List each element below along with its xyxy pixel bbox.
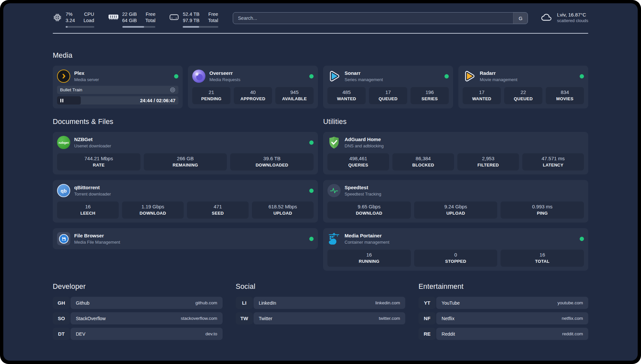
- link-url: netflix.com: [562, 316, 583, 321]
- stat-leech: 16LEECH: [57, 201, 119, 219]
- app-title: Overseerr: [209, 70, 240, 76]
- link-reddit[interactable]: RE Reddit reddit.com: [418, 328, 588, 340]
- stat-available: 945AVAILABLE: [275, 87, 314, 104]
- video-camera-icon: [170, 87, 175, 93]
- section-documents: Documents & Files nzbget NZBGet Usenet d…: [53, 118, 318, 271]
- playback-progress-bar[interactable]: 24:44 / 02:06:47: [57, 96, 178, 105]
- qbittorrent-icon: qb: [57, 184, 70, 197]
- memory-free-value: 22 GiB: [122, 11, 137, 17]
- link-url: github.com: [196, 300, 217, 305]
- link-linkedin[interactable]: LI LinkedIn linkedin.com: [236, 297, 406, 309]
- link-abbr: GH: [53, 297, 70, 309]
- stat-stopped: 0STOPPED: [414, 250, 498, 267]
- storage-usage-widget: 52.4 TB 97.9 TB Free Total: [169, 11, 218, 28]
- radarr-icon: [463, 70, 476, 83]
- app-window: 7% 3.24 CPU Load: [0, 0, 641, 364]
- link-url: youtube.com: [558, 300, 583, 305]
- cpu-load-label: Load: [83, 17, 94, 24]
- section-title-utilities: Utilities: [323, 118, 588, 126]
- section-entertainment: Entertainment YT YouTube youtube.com NF …: [418, 283, 588, 343]
- link-netflix[interactable]: NF Netflix netflix.com: [418, 312, 588, 324]
- app-subtitle: Media Requests: [209, 77, 240, 82]
- stat-seed: 471SEED: [187, 201, 249, 219]
- weather-condition: scattered clouds: [557, 18, 588, 23]
- stat-blocked: 86,384BLOCKED: [392, 153, 454, 170]
- memory-usage-widget: 22 GiB 64 GiB Free Total: [108, 11, 156, 28]
- now-playing-title: Bullet Train: [60, 87, 82, 92]
- stat-queued: 22QUEUED: [504, 87, 542, 104]
- filebrowser-icon: [57, 232, 70, 245]
- speedtest-icon: [327, 184, 341, 197]
- status-dot: [580, 237, 584, 241]
- app-card-nzbget[interactable]: nzbget NZBGet Usenet downloader 744.21 M…: [53, 132, 318, 174]
- link-url: stackoverflow.com: [181, 316, 217, 321]
- section-title-entertainment: Entertainment: [418, 283, 588, 291]
- link-github[interactable]: GH Github github.com: [53, 297, 223, 309]
- stat-download: 9.65 GbpsDOWNLOAD: [327, 201, 411, 219]
- link-abbr: YT: [418, 297, 436, 309]
- app-card-filebrowser[interactable]: File Browser Media File Management: [53, 228, 318, 249]
- search-bar[interactable]: Search... G: [233, 12, 528, 24]
- stat-download: 1.19 GbpsDOWNLOAD: [122, 201, 184, 219]
- stat-pending: 21PENDING: [192, 87, 230, 104]
- app-subtitle: Usenet downloader: [74, 143, 111, 149]
- link-abbr: DT: [53, 328, 70, 340]
- app-card-portainer[interactable]: Media Portainer Container management 16R…: [323, 228, 588, 271]
- app-title: Media Portainer: [345, 233, 389, 239]
- stat-queued: 17QUEUED: [369, 87, 407, 104]
- app-subtitle: Series management: [345, 77, 383, 82]
- plex-icon: [57, 70, 70, 83]
- link-url: dev.to: [205, 331, 217, 336]
- memory-progress-bar: [122, 26, 156, 28]
- status-dot: [309, 140, 314, 145]
- weather-location-temp: Lviv, 16.87°C: [557, 12, 588, 18]
- link-youtube[interactable]: YT YouTube youtube.com: [418, 297, 588, 309]
- stat-downloaded: 39.6 TBDOWNLOADED: [230, 153, 314, 170]
- cpu-usage-widget: 7% 3.24 CPU Load: [53, 11, 94, 28]
- overseerr-icon: [192, 70, 205, 83]
- memory-total-label: Total: [145, 17, 156, 24]
- app-title: NZBGet: [74, 136, 111, 142]
- link-stackoverflow[interactable]: SO StackOverflow stackoverflow.com: [53, 312, 223, 324]
- app-card-overseerr[interactable]: Overseerr Media Requests 21PENDING 40APP…: [188, 66, 318, 108]
- link-twitter[interactable]: TW Twitter twitter.com: [236, 312, 406, 324]
- link-name: YouTube: [442, 300, 460, 306]
- app-card-plex[interactable]: Plex Media server Bullet Train: [53, 66, 183, 108]
- section-social: Social LI LinkedIn linkedin.com TW Twitt…: [236, 283, 406, 343]
- status-dot: [580, 74, 584, 78]
- search-input[interactable]: Search...: [233, 15, 513, 21]
- app-card-adguard[interactable]: AdGuard Home DNS and adblocking 498,461Q…: [323, 132, 588, 174]
- link-name: Reddit: [442, 331, 455, 337]
- link-dev-to[interactable]: DT DEV dev.to: [53, 328, 223, 340]
- app-card-sonarr[interactable]: Sonarr Series management 485WANTED 17QUE…: [323, 66, 453, 108]
- app-title: Speedtest: [345, 185, 381, 191]
- cpu-chip-icon: [53, 13, 62, 22]
- stat-total: 16TOTAL: [501, 250, 584, 267]
- section-title-documents: Documents & Files: [53, 118, 318, 126]
- stat-rate: 744.21 MbpsRATE: [57, 153, 140, 170]
- stat-upload: 9.24 GbpsUPLOAD: [414, 201, 498, 219]
- stat-upload: 618.52 MbpsUPLOAD: [252, 201, 314, 219]
- pause-icon[interactable]: [60, 99, 63, 102]
- stat-remaining: 266 GBREMAINING: [144, 153, 227, 170]
- header: 7% 3.24 CPU Load: [53, 11, 588, 28]
- now-playing-row: Bullet Train: [57, 86, 178, 94]
- portainer-icon: [327, 232, 341, 245]
- app-title: Plex: [74, 70, 99, 76]
- dashboard-page: 7% 3.24 CPU Load: [3, 3, 638, 361]
- storage-total-value: 97.9 TB: [183, 17, 199, 24]
- section-media: Media Plex Media server: [53, 51, 588, 108]
- app-card-speedtest[interactable]: Speedtest Speedtest Tracking 9.65 GbpsDO…: [323, 180, 588, 223]
- memory-free-label: Free: [145, 11, 156, 17]
- section-utilities: Utilities: [323, 118, 588, 271]
- weather-widget: Lviv, 16.87°C scattered clouds: [540, 12, 588, 23]
- section-developer: Developer GH Github github.com SO StackO…: [53, 283, 223, 343]
- status-dot: [309, 189, 314, 193]
- link-abbr: TW: [236, 312, 253, 324]
- app-card-qbittorrent[interactable]: qb qBittorrent Torrent downloader 16LEEC…: [53, 180, 318, 223]
- app-subtitle: DNS and adblocking: [345, 143, 384, 149]
- app-card-radarr[interactable]: Radarr Movie management 17WANTED 22QUEUE…: [458, 66, 588, 108]
- search-engine-button[interactable]: G: [513, 13, 528, 24]
- app-subtitle: Container management: [345, 240, 389, 245]
- disk-drive-icon: [169, 13, 179, 21]
